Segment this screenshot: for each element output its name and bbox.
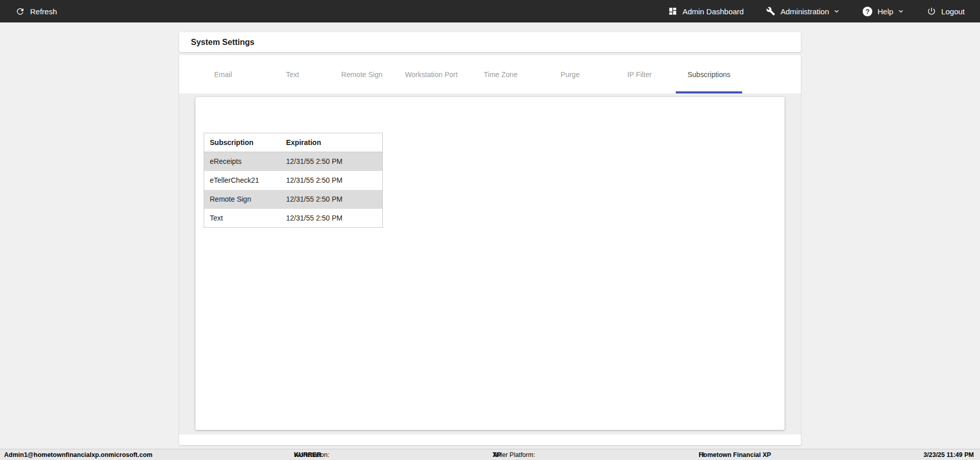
status-bar: Admin1@hometownfinancialxp.onmicrosoft.c… xyxy=(0,449,980,460)
tab-ip-filter[interactable]: IP Filter xyxy=(605,55,674,93)
expiration-cell: 12/31/55 2:50 PM xyxy=(286,171,383,190)
main-content: System Settings EmailTextRemote SignWork… xyxy=(0,22,980,449)
subscription-cell: eReceipts xyxy=(204,152,286,171)
chevron-down-icon xyxy=(897,8,904,15)
topbar: Refresh Admin Dashboard Administration ?… xyxy=(0,0,980,22)
tab-content-well: SubscriptionExpiration eReceipts12/31/55… xyxy=(179,93,801,434)
expiration-cell: 12/31/55 2:50 PM xyxy=(286,209,383,228)
admin-dashboard-button[interactable]: Admin Dashboard xyxy=(668,7,744,16)
help-icon: ? xyxy=(863,7,872,16)
teller-platform-status: Teller Platform: XP xyxy=(493,451,501,458)
subscription-cell: Text xyxy=(204,209,286,228)
table-row[interactable]: eTellerCheck2112/31/55 2:50 PM xyxy=(204,171,383,190)
wrench-icon xyxy=(766,7,775,16)
tab-workstation-port[interactable]: Workstation Port xyxy=(397,55,466,93)
subscription-cell: Remote Sign xyxy=(204,190,286,209)
help-menu[interactable]: ? Help xyxy=(863,7,904,16)
logout-button[interactable]: Logout xyxy=(927,7,965,16)
subscription-cell: eTellerCheck21 xyxy=(204,171,286,190)
table-row[interactable]: Remote Sign12/31/55 2:50 PM xyxy=(204,190,383,209)
help-label: Help xyxy=(877,7,893,16)
expiration-cell: 12/31/55 2:50 PM xyxy=(286,190,383,209)
tab-subscriptions[interactable]: Subscriptions xyxy=(674,55,744,93)
settings-panel: EmailTextRemote SignWorkstation PortTime… xyxy=(179,55,801,445)
administration-menu[interactable]: Administration xyxy=(766,7,840,16)
workstation-status: Workstation: KURRER xyxy=(294,451,321,458)
page-title: System Settings xyxy=(191,38,254,46)
expiration-cell: 12/31/55 2:50 PM xyxy=(286,152,383,171)
tab-time-zone[interactable]: Time Zone xyxy=(466,55,535,93)
refresh-icon xyxy=(15,7,25,16)
settings-tabs: EmailTextRemote SignWorkstation PortTime… xyxy=(179,55,801,93)
column-header: Subscription xyxy=(204,133,286,152)
chevron-down-icon xyxy=(833,8,840,15)
admin-dashboard-label: Admin Dashboard xyxy=(682,7,744,16)
system-settings-card: System Settings xyxy=(179,32,801,52)
subscriptions-table: SubscriptionExpiration eReceipts12/31/55… xyxy=(204,133,383,228)
refresh-button[interactable]: Refresh xyxy=(15,7,57,16)
fi-status: FI: Hometown Financial XP xyxy=(699,451,771,458)
administration-label: Administration xyxy=(780,7,829,16)
power-icon xyxy=(927,7,936,16)
table-row[interactable]: eReceipts12/31/55 2:50 PM xyxy=(204,152,383,171)
dashboard-icon xyxy=(668,7,677,16)
tab-email[interactable]: Email xyxy=(188,55,258,93)
tab-purge[interactable]: Purge xyxy=(535,55,605,93)
table-header-row: SubscriptionExpiration xyxy=(204,133,383,152)
refresh-label: Refresh xyxy=(30,7,57,16)
column-header: Expiration xyxy=(286,133,383,152)
subscriptions-panel: SubscriptionExpiration eReceipts12/31/55… xyxy=(195,97,785,430)
datetime-status: 3/23/25 11:49 PM xyxy=(923,451,974,458)
tab-text[interactable]: Text xyxy=(258,55,327,93)
logged-in-user: Admin1@hometownfinancialxp.onmicrosoft.c… xyxy=(4,451,153,458)
logout-label: Logout xyxy=(941,7,965,16)
table-row[interactable]: Text12/31/55 2:50 PM xyxy=(204,209,383,228)
tab-remote-sign[interactable]: Remote Sign xyxy=(327,55,397,93)
